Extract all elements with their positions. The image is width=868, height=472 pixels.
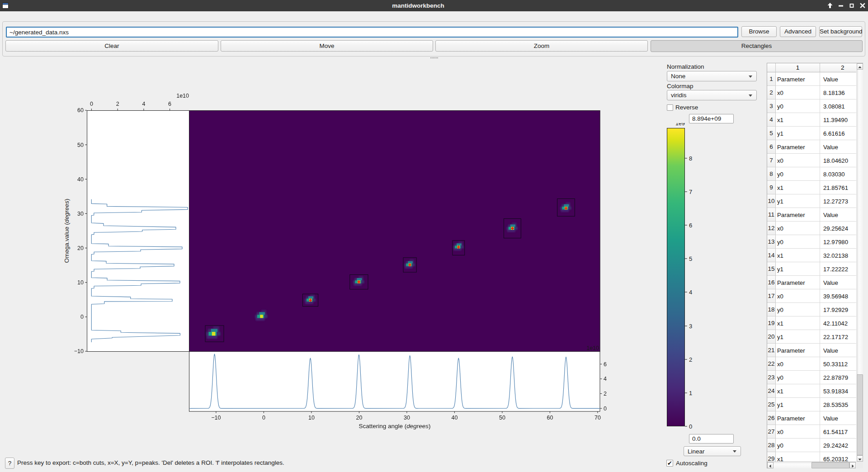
svg-text:7: 7 — [689, 189, 692, 195]
svg-text:30: 30 — [77, 211, 84, 217]
svg-text:4: 4 — [142, 101, 145, 107]
svg-text:Omega.value (degrees): Omega.value (degrees) — [63, 199, 70, 263]
svg-text:0: 0 — [689, 423, 692, 430]
svg-text:6: 6 — [604, 361, 607, 368]
svg-text:20: 20 — [77, 245, 84, 251]
svg-text:50: 50 — [77, 142, 84, 148]
svg-text:3: 3 — [689, 323, 692, 330]
svg-text:30: 30 — [404, 415, 410, 421]
svg-text:Scattering angle (degrees): Scattering angle (degrees) — [359, 423, 430, 430]
svg-text:−10: −10 — [211, 415, 221, 421]
svg-text:−10: −10 — [74, 348, 84, 354]
svg-text:10: 10 — [77, 279, 84, 286]
svg-text:70: 70 — [594, 415, 601, 421]
svg-text:4: 4 — [604, 376, 607, 382]
svg-text:60: 60 — [77, 107, 84, 113]
svg-text:0: 0 — [262, 415, 265, 421]
svg-text:1: 1 — [689, 390, 692, 396]
svg-text:1e10: 1e10 — [176, 93, 189, 99]
svg-text:0: 0 — [604, 406, 607, 412]
svg-text:2: 2 — [604, 391, 607, 397]
svg-text:4: 4 — [689, 289, 692, 296]
svg-text:40: 40 — [77, 176, 84, 183]
svg-text:40: 40 — [451, 415, 458, 421]
svg-text:2: 2 — [689, 356, 692, 363]
svg-text:60: 60 — [547, 415, 553, 421]
svg-text:10: 10 — [308, 415, 315, 421]
svg-text:6: 6 — [689, 222, 692, 229]
svg-text:2: 2 — [116, 101, 119, 107]
svg-text:50: 50 — [499, 415, 505, 421]
svg-text:1e10: 1e10 — [586, 345, 599, 351]
svg-text:0: 0 — [90, 101, 93, 107]
svg-text:0: 0 — [80, 314, 84, 320]
svg-text:20: 20 — [356, 415, 362, 421]
svg-text:5: 5 — [689, 255, 692, 262]
svg-text:6: 6 — [168, 101, 171, 107]
svg-text:8: 8 — [689, 155, 692, 162]
